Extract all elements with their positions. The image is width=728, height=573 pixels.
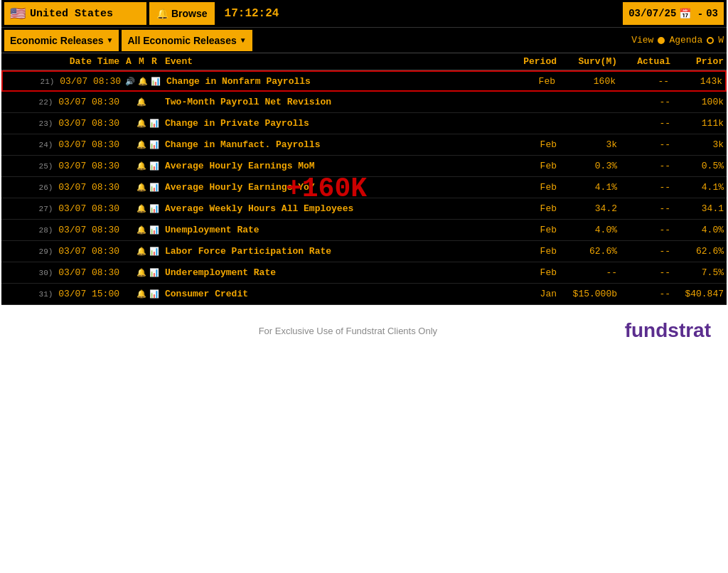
- bell-icon: 🔔: [136, 119, 146, 128]
- footer: For Exclusive Use of Fundstrat Clients O…: [0, 305, 725, 349]
- row-bell[interactable]: 🔔: [135, 138, 148, 151]
- row-bars[interactable]: 📊: [149, 75, 162, 88]
- w-radio[interactable]: [707, 37, 714, 44]
- row-event[interactable]: Unemployment Rate: [161, 223, 513, 237]
- table-row[interactable]: 28) 03/07 08:30 🔔 📊 Unemployment Rate Fe…: [1, 220, 727, 241]
- row-datetime: 29) 03/07 08:30: [1, 245, 122, 258]
- row-event[interactable]: Average Hourly Earnings YoY: [161, 181, 513, 194]
- row-event[interactable]: Consumer Credit: [161, 287, 513, 301]
- row-bell[interactable]: 🔔: [135, 181, 148, 194]
- row-prior: 100k: [673, 95, 727, 109]
- browse-label: Browse: [171, 8, 208, 19]
- filter-dropdown[interactable]: All Economic Releases ▼: [122, 30, 252, 51]
- row-surv: 34.2: [560, 202, 620, 215]
- flag-icon: 🇺🇸: [10, 6, 26, 21]
- row-bars[interactable]: 📊: [148, 287, 161, 301]
- row-bell[interactable]: 🔔: [136, 75, 149, 88]
- row-speaker: [122, 293, 135, 296]
- table-row[interactable]: 31) 03/07 15:00 🔔 📊 Consumer Credit Jan …: [1, 284, 727, 305]
- row-period: Feb: [513, 159, 560, 173]
- row-speaker: [122, 250, 135, 253]
- bell-icon: 🔔: [136, 98, 146, 107]
- row-event[interactable]: Average Weekly Hours All Employees: [161, 202, 513, 215]
- bars-icon: 📊: [149, 141, 159, 149]
- row-prior: 34.1: [673, 202, 727, 215]
- country-selector[interactable]: 🇺🇸 United States: [4, 2, 146, 25]
- row-period: [513, 101, 560, 104]
- row-event[interactable]: Change in Manufact. Payrolls: [161, 138, 513, 151]
- row-number: 28): [39, 226, 53, 235]
- table-row[interactable]: 30) 03/07 08:30 🔔 📊 Underemployment Rate…: [1, 262, 727, 284]
- row-event[interactable]: Underemployment Rate: [161, 266, 513, 279]
- row-actual: --: [620, 181, 673, 194]
- row-bars[interactable]: [148, 101, 161, 104]
- row-bell[interactable]: 🔔: [135, 95, 148, 109]
- row-bell[interactable]: 🔔: [135, 245, 148, 258]
- browse-button[interactable]: 🔔 Browse: [149, 2, 215, 25]
- row-bars[interactable]: 📊: [148, 245, 161, 258]
- table-row[interactable]: 21) 03/07 08:30 🔊 🔔 📊 Change in Nonfarm …: [1, 70, 727, 92]
- row-datetime: 25) 03/07 08:30: [1, 159, 122, 173]
- row-datetime: 28) 03/07 08:30: [1, 223, 122, 237]
- row-number: 21): [41, 77, 55, 86]
- row-actual: --: [620, 266, 673, 279]
- category-label: Economic Releases: [10, 35, 104, 46]
- row-event[interactable]: Change in Private Payrolls: [161, 117, 513, 130]
- row-surv: --: [560, 266, 620, 279]
- table-row[interactable]: 23) 03/07 08:30 🔔 📊 Change in Private Pa…: [1, 113, 727, 134]
- row-bars[interactable]: 📊: [148, 223, 161, 237]
- row-prior: 4.1%: [673, 181, 727, 194]
- row-prior: $40.847: [673, 287, 727, 301]
- row-number: 25): [39, 162, 53, 171]
- row-actual: --: [620, 138, 673, 151]
- row-surv: 160k: [558, 75, 619, 88]
- row-bars[interactable]: 📊: [148, 138, 161, 151]
- row-bell[interactable]: 🔔: [135, 287, 148, 301]
- table-row[interactable]: 25) 03/07 08:30 🔔 📊 Average Hourly Earni…: [1, 156, 727, 177]
- date-range[interactable]: 03/07/25 📅 - 03: [623, 2, 724, 25]
- row-bell[interactable]: 🔔: [135, 159, 148, 173]
- row-speaker: [122, 144, 135, 146]
- row-bell[interactable]: 🔔: [135, 266, 148, 279]
- row-bars[interactable]: 📊: [148, 181, 161, 194]
- table-row[interactable]: 24) 03/07 08:30 🔔 📊 Change in Manufact. …: [1, 134, 727, 156]
- row-event[interactable]: Average Hourly Earnings MoM: [161, 159, 513, 173]
- row-period: Feb: [513, 138, 560, 151]
- bars-icon: 📊: [149, 162, 159, 171]
- clock-display: 17:12:24: [218, 7, 287, 20]
- row-event[interactable]: Two-Month Payroll Net Revision: [161, 95, 513, 109]
- row-number: 24): [39, 141, 53, 149]
- row-speaker: [122, 272, 135, 274]
- row-surv: 62.6%: [560, 245, 620, 258]
- row-datetime: 22) 03/07 08:30: [1, 95, 122, 109]
- bell-icon: 🔔: [136, 141, 146, 149]
- row-period: Feb: [512, 75, 558, 88]
- row-datetime: 26) 03/07 08:30: [1, 181, 122, 194]
- row-bars[interactable]: 📊: [148, 117, 161, 130]
- row-surv: $15.000b: [560, 287, 620, 301]
- view-options: View Agenda W: [631, 35, 724, 45]
- row-datetime: 24) 03/07 08:30: [1, 138, 122, 151]
- row-bars[interactable]: 📊: [148, 159, 161, 173]
- row-bell[interactable]: 🔔: [135, 202, 148, 215]
- table-row[interactable]: 27) 03/07 08:30 🔔 📊 Average Weekly Hours…: [1, 198, 727, 220]
- agenda-radio-selected[interactable]: [658, 37, 665, 44]
- row-bell[interactable]: 🔔: [135, 117, 148, 130]
- bell-icon: 🔔: [136, 269, 146, 277]
- bars-icon: 📊: [149, 205, 159, 213]
- row-datetime: 30) 03/07 08:30: [1, 266, 122, 279]
- table-row[interactable]: 22) 03/07 08:30 🔔 Two-Month Payroll Net …: [1, 92, 727, 113]
- row-bell[interactable]: 🔔: [135, 223, 148, 237]
- col-m: M: [135, 55, 148, 68]
- col-prior: Prior: [673, 55, 727, 68]
- row-bars[interactable]: 📊: [148, 266, 161, 279]
- row-actual: --: [620, 245, 673, 258]
- row-event[interactable]: Labor Force Participation Rate: [161, 245, 513, 258]
- row-bars[interactable]: 📊: [148, 202, 161, 215]
- category-dropdown[interactable]: Economic Releases ▼: [4, 30, 119, 51]
- speaker-icon: 🔊: [125, 77, 135, 86]
- table-row[interactable]: 26) 03/07 08:30 🔔 📊 Average Hourly Earni…: [1, 177, 727, 198]
- row-prior: 111k: [673, 117, 727, 130]
- row-event[interactable]: Change in Nonfarm Payrolls: [162, 75, 512, 88]
- table-row[interactable]: 29) 03/07 08:30 🔔 📊 Labor Force Particip…: [1, 241, 727, 262]
